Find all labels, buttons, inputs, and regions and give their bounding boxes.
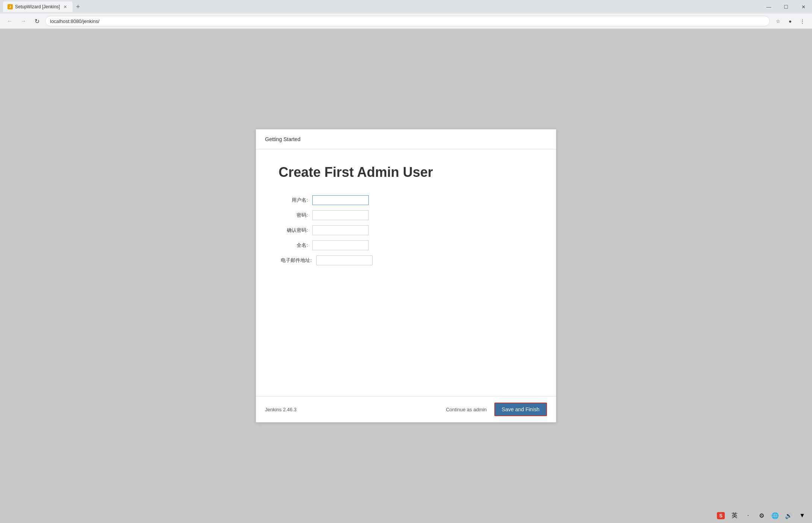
fullname-label: 全名: xyxy=(279,242,312,249)
footer-actions: Continue as admin Save and Finish xyxy=(446,403,547,416)
wizard-body: Create First Admin User 用户名: 密码: 确认密码: 全… xyxy=(256,149,556,396)
browser-actions: ☆ ● ⋮ xyxy=(773,16,807,26)
wizard-panel: Getting Started Create First Admin User … xyxy=(256,129,556,423)
username-input[interactable] xyxy=(312,195,369,205)
tab-close-button[interactable]: ✕ xyxy=(62,4,68,10)
tab-title: SetupWizard [Jenkins] xyxy=(15,4,60,9)
taskbar-icon-6: ▼ xyxy=(797,510,807,521)
maximize-button[interactable]: ☐ xyxy=(777,0,795,14)
page-content: Getting Started Create First Admin User … xyxy=(0,29,812,523)
password-input[interactable] xyxy=(312,210,369,220)
confirm-password-label: 确认密码: xyxy=(279,227,312,234)
back-button[interactable]: ← xyxy=(5,16,15,26)
taskbar-icon-1: 英 xyxy=(729,510,740,521)
taskbar-icon-5: 🔊 xyxy=(783,510,794,521)
wizard-header: Getting Started xyxy=(256,129,556,149)
wizard-page-title: Create First Admin User xyxy=(279,164,533,180)
browser-chrome: J SetupWizard [Jenkins] ✕ + — ☐ ✕ ← → ↻ … xyxy=(0,0,812,29)
wizard-header-title: Getting Started xyxy=(265,136,300,142)
browser-controls: ← → ↻ ☆ ● ⋮ xyxy=(0,14,812,29)
continue-as-admin-link[interactable]: Continue as admin xyxy=(446,407,486,412)
bookmark-button[interactable]: ☆ xyxy=(773,16,783,26)
profile-button[interactable]: ● xyxy=(785,16,795,26)
password-label: 密码: xyxy=(279,212,312,219)
window-controls: — ☐ ✕ xyxy=(760,0,812,14)
email-label: 电子邮件地址: xyxy=(279,257,316,264)
wizard-footer: Jenkins 2.46.3 Continue as admin Save an… xyxy=(256,396,556,422)
confirm-password-row: 确认密码: xyxy=(279,225,533,235)
fullname-row: 全名: xyxy=(279,240,533,250)
email-input[interactable] xyxy=(316,255,373,265)
tab-bar: J SetupWizard [Jenkins] ✕ + — ☐ ✕ xyxy=(0,0,812,14)
fullname-input[interactable] xyxy=(312,240,369,250)
taskbar-icon-2: · xyxy=(743,510,753,521)
username-row: 用户名: xyxy=(279,195,533,205)
new-tab-button[interactable]: + xyxy=(73,2,83,12)
close-button[interactable]: ✕ xyxy=(795,0,812,14)
tab-favicon: J xyxy=(8,4,13,9)
active-tab[interactable]: J SetupWizard [Jenkins] ✕ xyxy=(3,2,73,12)
reload-button[interactable]: ↻ xyxy=(32,16,42,26)
taskbar-icon-4: 🌐 xyxy=(770,510,780,521)
username-label: 用户名: xyxy=(279,197,312,204)
forward-button[interactable]: → xyxy=(18,16,29,26)
taskbar-icon-3: ⚙ xyxy=(756,510,767,521)
minimize-button[interactable]: — xyxy=(760,0,777,14)
email-row: 电子邮件地址: xyxy=(279,255,533,265)
sogou-icon: S xyxy=(717,512,725,519)
version-text: Jenkins 2.46.3 xyxy=(265,407,297,412)
menu-button[interactable]: ⋮ xyxy=(797,16,807,26)
save-and-finish-button[interactable]: Save and Finish xyxy=(494,403,547,416)
confirm-password-input[interactable] xyxy=(312,225,369,235)
address-bar[interactable] xyxy=(45,16,770,26)
taskbar: S 英 · ⚙ 🌐 🔊 ▼ xyxy=(0,508,812,523)
password-row: 密码: xyxy=(279,210,533,220)
